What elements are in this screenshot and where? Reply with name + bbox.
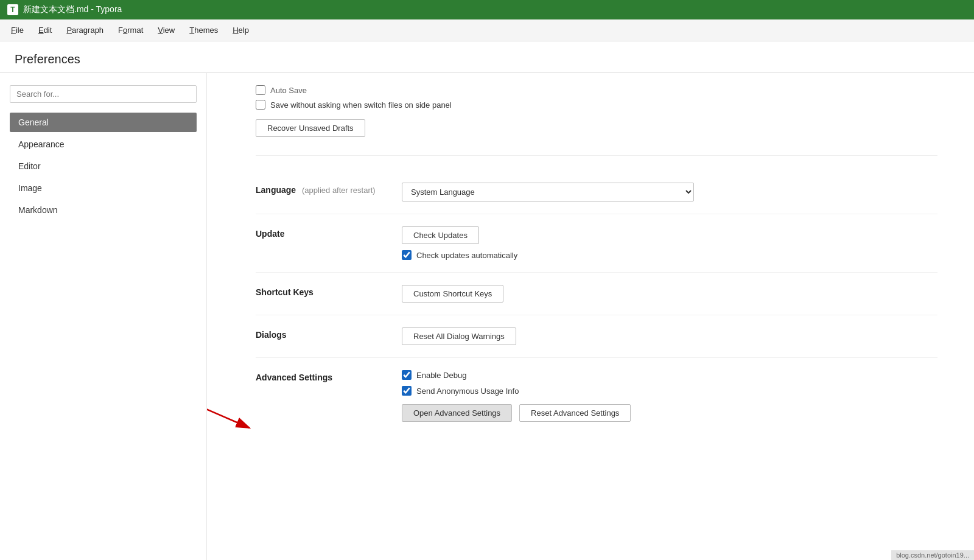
save-without-asking-label: Save without asking when switch files on…	[270, 100, 452, 110]
red-arrow-annotation	[207, 376, 268, 449]
language-controls: System Language English Chinese Japanese…	[402, 183, 937, 201]
shortcut-keys-controls: Custom Shortcut Keys	[402, 285, 937, 303]
sidebar: General Appearance Editor Image Markdown	[0, 73, 207, 560]
custom-shortcut-button[interactable]: Custom Shortcut Keys	[402, 285, 503, 303]
partial-items: Auto Save Save without asking when switc…	[256, 85, 937, 143]
app-window: Preferences General Appearance Editor Im…	[0, 41, 974, 560]
watermark: blog.csdn.net/gotoin19...	[891, 550, 974, 560]
preferences-body: General Appearance Editor Image Markdown	[0, 73, 974, 560]
shortcut-keys-section: Shortcut Keys Custom Shortcut Keys	[256, 273, 937, 315]
menu-bar: File Edit Paragraph Format View Themes H…	[0, 19, 974, 41]
menu-themes[interactable]: Themes	[183, 23, 224, 37]
settings-panel: Auto Save Save without asking when switc…	[207, 73, 974, 560]
menu-help[interactable]: Help	[226, 23, 255, 37]
menu-view[interactable]: View	[152, 23, 181, 37]
title-bar: T 新建文本文档.md - Typora	[0, 0, 974, 19]
menu-paragraph[interactable]: Paragraph	[60, 23, 110, 37]
title-text: 新建文本文档.md - Typora	[23, 4, 122, 15]
menu-edit[interactable]: Edit	[32, 23, 58, 37]
open-advanced-settings-button[interactable]: Open Advanced Settings	[402, 404, 512, 422]
menu-format[interactable]: Format	[112, 23, 149, 37]
enable-debug-row: Enable Debug	[402, 370, 937, 380]
menu-file[interactable]: File	[5, 23, 30, 37]
language-label: Language (applied after restart)	[256, 183, 377, 195]
enable-debug-label: Enable Debug	[416, 371, 466, 380]
sidebar-item-editor[interactable]: Editor	[10, 156, 197, 176]
autosave-row: Auto Save	[256, 85, 937, 95]
autosave-label: Auto Save	[270, 86, 307, 95]
check-updates-button[interactable]: Check Updates	[402, 226, 479, 244]
autosave-checkbox[interactable]	[256, 85, 265, 95]
recover-drafts-button[interactable]: Recover Unsaved Drafts	[256, 119, 365, 137]
advanced-settings-label: Advanced Settings	[256, 370, 377, 382]
app-icon: T	[7, 4, 18, 15]
reset-advanced-settings-button[interactable]: Reset Advanced Settings	[519, 404, 631, 422]
dialogs-controls: Reset All Dialog Warnings	[402, 327, 937, 345]
update-label: Update	[256, 226, 377, 239]
language-select[interactable]: System Language English Chinese Japanese…	[402, 183, 694, 201]
dialogs-section: Dialogs Reset All Dialog Warnings	[256, 315, 937, 358]
advanced-settings-section: Advanced Settings Enable Debug Send Anon…	[256, 358, 937, 434]
update-section: Update Check Updates Check updates autom…	[256, 214, 937, 273]
auto-check-row: Check updates automatically	[402, 250, 937, 260]
send-usage-checkbox[interactable]	[402, 386, 412, 396]
sidebar-item-general[interactable]: General	[10, 113, 197, 132]
send-usage-row: Send Anonymous Usage Info	[402, 386, 937, 396]
auto-check-label: Check updates automatically	[416, 251, 517, 260]
sidebar-item-appearance[interactable]: Appearance	[10, 135, 197, 154]
shortcut-keys-label: Shortcut Keys	[256, 285, 377, 297]
preferences-header: Preferences	[0, 41, 974, 73]
auto-check-checkbox[interactable]	[402, 250, 412, 260]
language-section: Language (applied after restart) System …	[256, 170, 937, 214]
update-controls: Check Updates Check updates automaticall…	[402, 226, 937, 260]
advanced-buttons-row: Open Advanced Settings Reset Advanced Se…	[402, 404, 937, 422]
search-input[interactable]	[10, 85, 197, 103]
svg-line-1	[207, 388, 250, 428]
sidebar-item-image[interactable]: Image	[10, 178, 197, 198]
dialogs-label: Dialogs	[256, 327, 377, 340]
send-usage-label: Send Anonymous Usage Info	[416, 387, 519, 396]
save-without-asking-checkbox[interactable]	[256, 100, 265, 110]
top-partial-section: Auto Save Save without asking when switc…	[256, 85, 937, 156]
sidebar-item-markdown[interactable]: Markdown	[10, 200, 197, 220]
language-sublabel: (applied after restart)	[302, 186, 376, 195]
advanced-settings-controls: Enable Debug Send Anonymous Usage Info O…	[402, 370, 937, 422]
reset-dialog-warnings-button[interactable]: Reset All Dialog Warnings	[402, 327, 516, 345]
preferences-title: Preferences	[15, 52, 80, 66]
save-without-asking-row: Save without asking when switch files on…	[256, 100, 937, 110]
enable-debug-checkbox[interactable]	[402, 370, 412, 380]
